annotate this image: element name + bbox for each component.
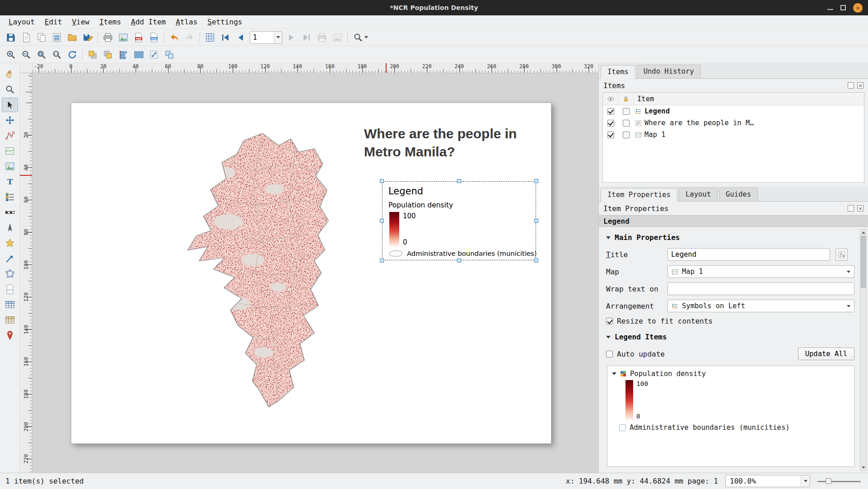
select-move-item-tool[interactable]: [2, 98, 18, 112]
zoom-in-button[interactable]: [4, 47, 18, 62]
export-pdf-button[interactable]: [131, 30, 146, 45]
tab-layout[interactable]: Layout: [679, 188, 718, 201]
scroll-down-icon[interactable]: [860, 464, 866, 470]
add-shape-tool[interactable]: [2, 236, 18, 250]
items-row-label[interactable]: Where are the people in M…: [603, 117, 864, 129]
add-attribute-table-tool[interactable]: [2, 297, 18, 312]
move-item-content-tool[interactable]: [2, 113, 18, 127]
distribute-items-button[interactable]: [131, 47, 146, 62]
add-html-tool[interactable]: [2, 282, 18, 296]
menu-edit[interactable]: Edit: [40, 15, 67, 28]
first-feature-button[interactable]: [218, 30, 233, 45]
float-panel-icon[interactable]: [848, 82, 854, 89]
menu-add-item[interactable]: Add Item: [126, 15, 171, 28]
previous-feature-button[interactable]: [233, 30, 248, 45]
legend-tree-layer-row[interactable]: Population density: [612, 370, 849, 378]
items-row-legend[interactable]: Legend: [603, 105, 864, 117]
add-picture-tool[interactable]: [2, 159, 18, 174]
close-button[interactable]: ×: [853, 3, 863, 13]
add-fixed-table-tool[interactable]: [2, 313, 18, 327]
legend-items-section[interactable]: Legend Items: [606, 333, 854, 341]
add-legend-tool[interactable]: [2, 190, 18, 204]
resize-handle[interactable]: [534, 259, 538, 263]
zoom-slider[interactable]: [817, 477, 861, 486]
print-button[interactable]: [101, 30, 115, 45]
visibility-checkbox[interactable]: [607, 120, 614, 127]
menu-layout[interactable]: Layout: [4, 15, 40, 28]
last-feature-button[interactable]: [299, 30, 314, 45]
layout-manager-button[interactable]: [50, 30, 64, 45]
main-properties-section[interactable]: Main Properties: [606, 233, 854, 242]
page-number-input[interactable]: [250, 32, 274, 43]
menu-atlas[interactable]: Atlas: [171, 15, 202, 28]
add-items-from-template-button[interactable]: [65, 30, 79, 45]
resize-to-fit-checkbox[interactable]: [606, 318, 613, 324]
add-node-item-tool[interactable]: [2, 267, 18, 281]
resize-handle[interactable]: [380, 179, 384, 183]
resize-handle[interactable]: [380, 259, 384, 263]
scroll-up-icon[interactable]: [860, 229, 866, 235]
resize-handle[interactable]: [534, 219, 538, 223]
items-row-map[interactable]: Map 1: [603, 129, 864, 141]
tab-undo-history[interactable]: Undo History: [637, 65, 701, 78]
lock-checkbox[interactable]: [623, 132, 630, 138]
close-panel-icon[interactable]: ×: [857, 82, 863, 89]
raise-items-button[interactable]: [85, 47, 100, 62]
layout-page[interactable]: Where are the people in Metro Manila? Le…: [71, 103, 551, 444]
data-defined-override-button[interactable]: [835, 249, 848, 261]
lower-items-button[interactable]: [101, 47, 115, 62]
add-arrow-tool[interactable]: [2, 251, 18, 266]
add-north-arrow-tool[interactable]: [2, 221, 18, 235]
page-number-caret[interactable]: [274, 32, 282, 43]
auto-update-checkbox[interactable]: [606, 351, 613, 357]
export-image-button[interactable]: [116, 30, 131, 45]
tab-items[interactable]: Items: [601, 65, 635, 79]
resize-handle[interactable]: [457, 259, 461, 263]
layer-checkbox[interactable]: [619, 424, 626, 431]
menu-items[interactable]: Items: [94, 15, 126, 28]
resize-handle[interactable]: [457, 179, 461, 183]
duplicate-layout-button[interactable]: [34, 30, 49, 45]
add-map-tool[interactable]: [2, 144, 18, 158]
zoom-out-button[interactable]: [19, 47, 33, 62]
refresh-view-button[interactable]: [65, 47, 79, 62]
tab-item-properties[interactable]: Item Properties: [601, 188, 677, 202]
redo-button[interactable]: [182, 30, 197, 45]
expander-icon[interactable]: [612, 372, 616, 375]
save-layout-button[interactable]: [4, 30, 18, 45]
scrollbar-thumb[interactable]: [861, 236, 866, 288]
visibility-checkbox[interactable]: [607, 132, 614, 138]
tab-guides[interactable]: Guides: [719, 188, 758, 201]
layout-canvas[interactable]: Where are the people in Metro Manila? Le…: [33, 73, 598, 473]
export-atlas-button[interactable]: [330, 30, 345, 45]
update-all-button[interactable]: Update All: [798, 348, 854, 360]
undo-button[interactable]: [167, 30, 182, 45]
add-scalebar-tool[interactable]: [2, 205, 18, 220]
visibility-checkbox[interactable]: [607, 108, 614, 115]
lock-checkbox[interactable]: [623, 108, 630, 115]
new-layout-button[interactable]: [19, 30, 33, 45]
export-svg-button[interactable]: [147, 30, 161, 45]
arrangement-select[interactable]: Symbols on Left: [667, 300, 854, 312]
legend-title-input[interactable]: [667, 248, 830, 261]
maximize-button[interactable]: [840, 5, 846, 10]
menu-settings[interactable]: Settings: [202, 15, 247, 28]
zoom-tool-dropdown-button[interactable]: [350, 30, 370, 45]
align-items-button[interactable]: [116, 47, 131, 62]
print-atlas-button[interactable]: [315, 30, 329, 45]
zoom-actual-button[interactable]: [50, 47, 64, 62]
resize-handle[interactable]: [534, 179, 538, 183]
group-items-button[interactable]: [162, 47, 177, 62]
minimize-button[interactable]: [827, 5, 833, 10]
pan-tool[interactable]: [2, 67, 18, 81]
legend-tree-boundaries-row[interactable]: Administrative boundaries (municities): [619, 423, 849, 432]
float-panel-icon[interactable]: [848, 205, 854, 212]
next-feature-button[interactable]: [284, 30, 299, 45]
add-label-tool[interactable]: [2, 174, 18, 189]
menu-view[interactable]: View: [67, 15, 94, 28]
wrap-text-input[interactable]: [667, 282, 854, 295]
save-as-template-button[interactable]: [80, 30, 95, 45]
map-select[interactable]: Map 1: [667, 265, 854, 278]
zoom-level-combo[interactable]: 100.0%: [725, 475, 810, 487]
slider-thumb[interactable]: [826, 478, 831, 484]
